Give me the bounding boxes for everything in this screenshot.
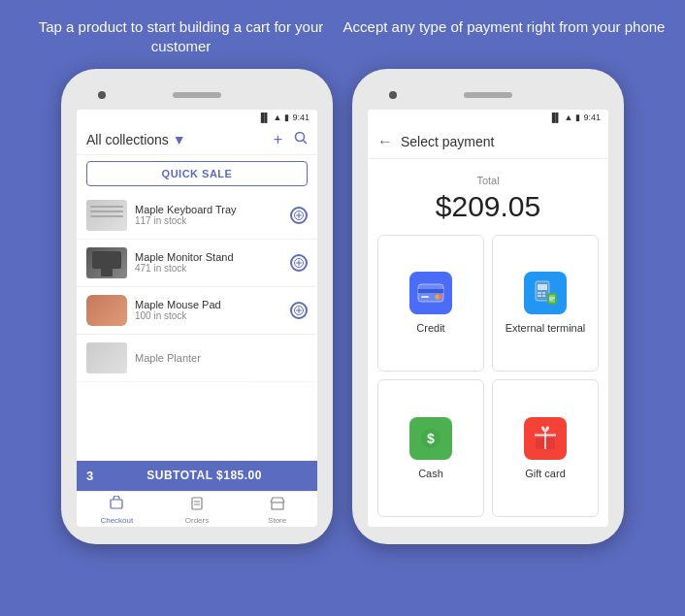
- left-headline: Tap a product to start building a cart f…: [19, 17, 342, 57]
- product-stock-monitor: 471 in stock: [135, 263, 282, 274]
- screen-right: ▐▌ ▲ ▮ 9:41 ← Select payment Total $209.…: [368, 110, 608, 527]
- nav-orders[interactable]: Orders: [157, 496, 238, 525]
- status-bar-left: ▐▌ ▲ ▮ 9:41: [77, 110, 317, 125]
- speaker-right: [464, 92, 512, 98]
- phone-right: ▐▌ ▲ ▮ 9:41 ← Select payment Total $209.…: [352, 69, 624, 544]
- signal-icon: ▐▌: [258, 113, 271, 122]
- nav-checkout[interactable]: Checkout: [77, 496, 157, 525]
- product-thumb-keyboard: [86, 200, 127, 231]
- svg-rect-18: [421, 296, 429, 298]
- right-headline: Accept any type of payment right from yo…: [342, 17, 666, 57]
- cart-count: 3: [86, 469, 93, 483]
- payment-option-cash[interactable]: $ Cash: [377, 379, 484, 517]
- wifi-icon-r: ▲: [565, 113, 573, 122]
- quick-sale-button[interactable]: QUICK SALE: [86, 161, 308, 186]
- battery-icon-r: ▮: [575, 113, 580, 122]
- screen-left: ▐▌ ▲ ▮ 9:41 All collections ▼ +: [77, 110, 317, 527]
- search-icon[interactable]: [294, 131, 308, 148]
- store-icon: [270, 496, 285, 514]
- nav-store[interactable]: Store: [237, 496, 317, 525]
- payment-header: ← Select payment: [368, 125, 608, 159]
- product-info-monitor: Maple Monitor Stand 471 in stock: [135, 251, 282, 274]
- list-item[interactable]: Maple Planter: [77, 335, 317, 382]
- nav-orders-label: Orders: [185, 516, 209, 525]
- product-thumb-mouse: [86, 295, 127, 326]
- svg-rect-11: [111, 500, 122, 508]
- cash-label: Cash: [418, 468, 443, 479]
- svg-text:$: $: [427, 431, 435, 446]
- list-item[interactable]: Maple Monitor Stand 471 in stock: [77, 240, 317, 287]
- cash-icon: $: [409, 417, 452, 460]
- product-thumb-planter: [86, 342, 127, 373]
- headlines-row: Tap a product to start building a cart f…: [0, 0, 685, 69]
- status-bar-right: ▐▌ ▲ ▮ 9:41: [368, 110, 608, 125]
- list-item[interactable]: Maple Mouse Pad 100 in stock: [77, 287, 317, 335]
- orders-icon: [189, 496, 205, 514]
- product-name-monitor: Maple Monitor Stand: [135, 251, 282, 263]
- svg-rect-25: [538, 295, 541, 297]
- svg-rect-12: [192, 498, 202, 509]
- cart-bar[interactable]: 3 SUBTOTAL $185.00: [77, 461, 317, 491]
- phone-left-top: [69, 86, 325, 104]
- cart-subtotal: SUBTOTAL $185.00: [101, 469, 308, 482]
- product-name-mouse: Maple Mouse Pad: [135, 299, 282, 310]
- total-section: Total $209.05: [368, 159, 608, 235]
- phone-left: ▐▌ ▲ ▮ 9:41 All collections ▼ +: [61, 69, 333, 544]
- time-left: 9:41: [292, 113, 310, 122]
- product-info-mouse: Maple Mouse Pad 100 in stock: [135, 299, 282, 321]
- gift-icon: [524, 417, 567, 460]
- battery-icon: ▮: [284, 113, 289, 122]
- product-thumb-monitor: [86, 247, 127, 278]
- svg-point-20: [439, 295, 443, 300]
- svg-rect-22: [538, 284, 547, 290]
- total-label: Total: [377, 175, 599, 186]
- svg-rect-24: [542, 292, 545, 294]
- terminal-label: External terminal: [506, 322, 586, 334]
- svg-rect-17: [418, 289, 443, 293]
- collections-dropdown[interactable]: All collections ▼: [86, 132, 186, 147]
- payment-option-gift[interactable]: Gift card: [492, 379, 599, 517]
- svg-line-1: [304, 140, 307, 143]
- page-container: Tap a product to start building a cart f…: [0, 0, 685, 616]
- back-button[interactable]: ←: [377, 133, 393, 150]
- payment-options-grid: Credit: [368, 235, 608, 527]
- gift-label: Gift card: [525, 468, 566, 479]
- phones-row: ▐▌ ▲ ▮ 9:41 All collections ▼ +: [0, 69, 685, 544]
- add-to-cart-keyboard[interactable]: [290, 207, 308, 224]
- product-list: Maple Keyboard Tray 117 in stock: [77, 192, 317, 461]
- payment-option-credit[interactable]: Credit: [377, 235, 484, 373]
- svg-rect-28: [549, 295, 555, 303]
- bottom-nav: Checkout Orders Store: [77, 491, 317, 527]
- wifi-icon: ▲: [274, 113, 282, 122]
- products-header: All collections ▼ +: [77, 125, 317, 155]
- product-stock-mouse: 100 in stock: [135, 310, 282, 321]
- phone-right-top: [360, 86, 616, 104]
- signal-icon-r: ▐▌: [549, 113, 562, 122]
- list-item[interactable]: Maple Keyboard Tray 117 in stock: [77, 192, 317, 240]
- svg-rect-23: [538, 292, 541, 294]
- add-to-cart-mouse[interactable]: [290, 302, 308, 319]
- nav-checkout-label: Checkout: [100, 516, 133, 525]
- speaker-left: [173, 92, 221, 98]
- add-to-cart-monitor[interactable]: [290, 254, 308, 272]
- add-item-icon[interactable]: +: [274, 131, 282, 148]
- camera-left: [98, 91, 106, 99]
- product-info-planter: Maple Planter: [135, 352, 308, 364]
- header-icons: +: [274, 131, 308, 148]
- collections-label-text: All collections: [86, 132, 169, 147]
- camera-right: [389, 91, 397, 99]
- svg-rect-26: [542, 295, 545, 297]
- svg-rect-15: [272, 503, 283, 509]
- payment-option-terminal[interactable]: External terminal: [492, 235, 599, 373]
- product-stock-keyboard: 117 in stock: [135, 215, 282, 226]
- time-right: 9:41: [583, 113, 601, 122]
- total-amount: $209.05: [377, 190, 599, 223]
- nav-store-label: Store: [268, 516, 286, 525]
- credit-label: Credit: [416, 322, 444, 334]
- product-name-planter: Maple Planter: [135, 352, 308, 364]
- product-name-keyboard: Maple Keyboard Tray: [135, 204, 282, 215]
- product-info-keyboard: Maple Keyboard Tray 117 in stock: [135, 204, 282, 226]
- credit-icon: [409, 272, 452, 314]
- payment-title: Select payment: [401, 134, 495, 149]
- checkout-icon: [109, 496, 124, 514]
